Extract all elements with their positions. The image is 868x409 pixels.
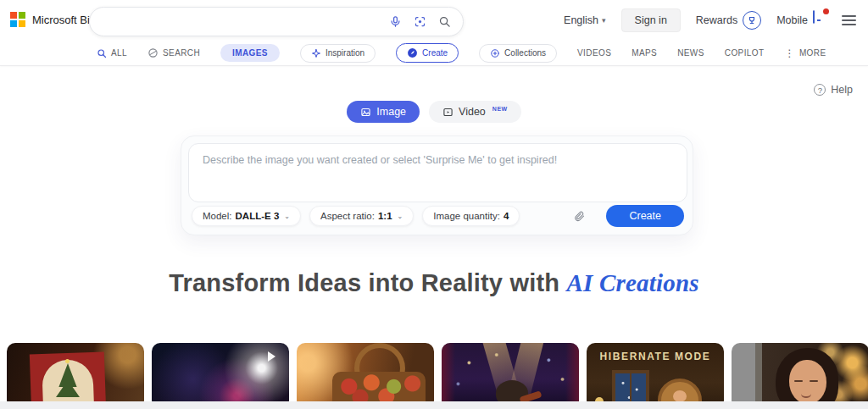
- magnifier-icon: [97, 48, 107, 58]
- model-select-chip[interactable]: Model: DALL-E 3 ⌄: [192, 206, 301, 226]
- nav-tab-maps[interactable]: MAPS: [632, 48, 657, 58]
- composer-options-row: Model: DALL-E 3 ⌄ Aspect ratio: 1:1 ⌄ Im…: [181, 201, 693, 235]
- chevron-down-icon: ⌄: [398, 213, 403, 220]
- thumbnail-smiling-girl[interactable]: [732, 343, 868, 409]
- hibernate-mode-text: HIBERNATE MODE: [587, 351, 724, 362]
- create-button[interactable]: Create: [606, 205, 684, 227]
- notification-dot: [823, 8, 829, 14]
- bottom-scroll-strip[interactable]: [0, 401, 868, 409]
- prompt-textarea[interactable]: [188, 143, 687, 202]
- microphone-icon[interactable]: [389, 15, 402, 28]
- thumbnail-fireworks-video[interactable]: [152, 343, 289, 409]
- thumbnail-violin-girl[interactable]: [442, 343, 579, 409]
- thumbnail-christmas-popup-card[interactable]: [7, 343, 144, 409]
- image-quantity-chip[interactable]: Image quantity: 4: [422, 206, 520, 226]
- nav-tab-create[interactable]: Create: [396, 43, 459, 63]
- search-input[interactable]: [105, 15, 389, 28]
- help-label: Help: [831, 84, 853, 96]
- microsoft-logo-icon: [10, 12, 25, 27]
- nav-tab-videos[interactable]: VIDEOS: [577, 48, 611, 58]
- mobile-link[interactable]: Mobile: [776, 11, 826, 30]
- thumbnail-apple-basket[interactable]: [297, 343, 434, 409]
- hamburger-menu-icon[interactable]: [842, 15, 856, 25]
- mobile-phone-icon: [813, 11, 826, 30]
- mobile-label: Mobile: [776, 14, 808, 26]
- visual-search-icon[interactable]: [414, 15, 426, 28]
- example-gallery: HIBERNATE MODE: [7, 343, 868, 409]
- nav-tab-copilot[interactable]: COPILOT: [725, 48, 765, 58]
- video-mode-button[interactable]: Video NEW: [429, 101, 521, 123]
- thumbnail-hibernate-mode[interactable]: HIBERNATE MODE: [587, 343, 724, 409]
- search-nav-bar: ALL SEARCH IMAGES Inspiration Create Col…: [0, 41, 868, 66]
- prompt-composer: Model: DALL-E 3 ⌄ Aspect ratio: 1:1 ⌄ Im…: [181, 135, 693, 235]
- attachment-paperclip-icon[interactable]: [573, 210, 586, 223]
- image-mode-button[interactable]: Image: [347, 101, 420, 123]
- headline-accent: AI Creations: [566, 269, 698, 296]
- inspiration-sparkle-icon: [311, 48, 321, 58]
- help-link[interactable]: ? Help: [814, 84, 853, 96]
- search-icon[interactable]: [438, 15, 451, 28]
- rewards-label: Rewards: [696, 14, 737, 26]
- aspect-ratio-chip[interactable]: Aspect ratio: 1:1 ⌄: [309, 206, 414, 226]
- collections-icon: [490, 48, 500, 58]
- nav-tab-news[interactable]: NEWS: [677, 48, 704, 58]
- nav-tab-search[interactable]: SEARCH: [147, 47, 200, 58]
- globe-search-icon: [147, 47, 159, 58]
- create-brush-icon: [407, 47, 418, 58]
- play-icon: [268, 351, 275, 362]
- language-selector[interactable]: English ▾: [564, 14, 606, 26]
- nav-tab-collections[interactable]: Collections: [479, 44, 557, 63]
- chevron-down-icon: ▾: [602, 16, 606, 25]
- image-mode-icon: [360, 107, 371, 118]
- nav-tab-more[interactable]: ⋮ MORE: [784, 47, 826, 59]
- top-bar: Microsoft Bing English ▾: [0, 0, 868, 41]
- new-badge: NEW: [492, 106, 508, 112]
- mode-toggle: Image Video NEW: [0, 101, 868, 123]
- nav-tab-images-active[interactable]: IMAGES: [220, 44, 280, 62]
- help-question-icon: ?: [814, 84, 826, 96]
- rewards-link[interactable]: Rewards: [696, 11, 761, 30]
- more-dots-icon: ⋮: [784, 47, 794, 59]
- nav-tab-inspiration[interactable]: Inspiration: [300, 44, 376, 63]
- search-bar[interactable]: [89, 7, 464, 36]
- language-label: English: [564, 14, 598, 26]
- nav-tab-all[interactable]: ALL: [97, 48, 127, 58]
- chevron-down-icon: ⌄: [284, 213, 290, 220]
- sign-in-button[interactable]: Sign in: [621, 8, 681, 32]
- page-title: Transform Ideas into Reality with AI Cre…: [0, 269, 868, 297]
- video-mode-icon: [442, 107, 453, 118]
- rewards-trophy-icon: [743, 11, 761, 30]
